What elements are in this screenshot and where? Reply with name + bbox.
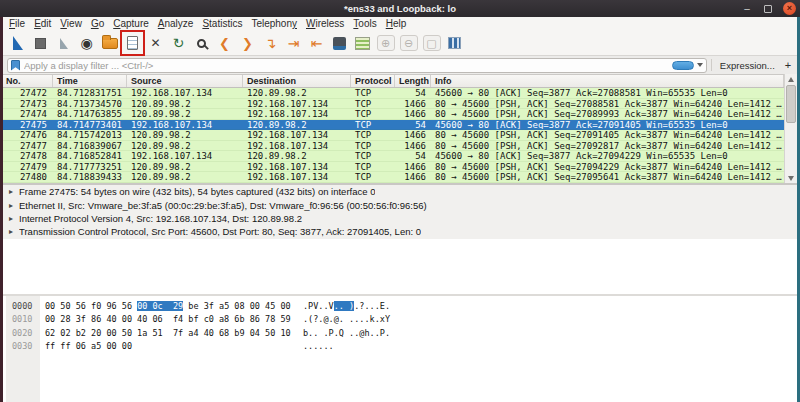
packet-row[interactable]: 2747784.716839067120.89.98.2192.168.107.…: [3, 141, 784, 152]
capture-stop-button[interactable]: [30, 32, 51, 54]
capture-options-button[interactable]: ◉: [76, 32, 97, 54]
filter-placeholder: Apply a display filter ... <Ctrl-/>: [24, 60, 672, 71]
cell-source: 120.89.98.2: [127, 162, 243, 172]
go-back-button[interactable]: ❮: [214, 32, 235, 54]
cell-protocol: TCP: [351, 162, 395, 172]
cell-protocol: TCP: [351, 109, 395, 119]
hex-row-0000[interactable]: 000000 50 56 f0 96 56 00 0c 29 be 3f a5 …: [3, 300, 797, 313]
column-header-destination[interactable]: Destination: [243, 75, 351, 87]
cell-source: 192.168.107.134: [127, 120, 243, 130]
menu-statistics[interactable]: Statistics: [202, 17, 242, 31]
packet-row[interactable]: 2747384.713734570120.89.98.2192.168.107.…: [3, 99, 784, 110]
cell-destination: 192.168.107.134: [243, 172, 351, 182]
cell-protocol: TCP: [351, 130, 395, 140]
cell-time: 84.718839433: [53, 172, 127, 182]
cell-info: 45600 → 80 [ACK] Seq=3877 Ack=27091405 W…: [431, 120, 784, 130]
menu-capture[interactable]: Capture: [113, 17, 149, 31]
expand-arrow-icon[interactable]: ▸: [9, 201, 19, 210]
detail-row-ethernet[interactable]: ▸Ethernet II, Src: Vmware_be:3f:a5 (00:0…: [3, 198, 797, 211]
close-file-icon: ✕: [150, 37, 160, 49]
menu-go[interactable]: Go: [91, 17, 104, 31]
packet-row[interactable]: 2747284.712831751192.168.107.134120.89.9…: [3, 88, 784, 99]
menu-telephony[interactable]: Telephony: [251, 17, 297, 31]
find-packet-button[interactable]: [191, 32, 212, 54]
open-file-button[interactable]: [99, 32, 120, 54]
column-header-source[interactable]: Source: [127, 75, 243, 87]
hex-row-0020[interactable]: 002062 02 b2 20 00 50 1a 51 7f a4 40 68 …: [3, 327, 797, 340]
column-header-no[interactable]: No.: [3, 75, 53, 87]
close-button[interactable]: ×: [783, 2, 796, 15]
cell-info: 80 → 45600 [PSH, ACK] Seq=27091405 Ack=3…: [431, 130, 784, 140]
maximize-button[interactable]: [764, 5, 772, 13]
column-header-protocol[interactable]: Protocol: [351, 75, 395, 87]
menu-wireless[interactable]: Wireless: [306, 17, 344, 31]
expression-button[interactable]: Expression...: [714, 60, 781, 71]
go-forward-button[interactable]: ❯: [237, 32, 258, 54]
minimize-button[interactable]: –: [741, 4, 753, 14]
packet-row[interactable]: 2747884.716852841192.168.107.134120.89.9…: [3, 151, 784, 162]
resize-columns-button[interactable]: [444, 32, 465, 54]
cell-time: 84.717773251: [53, 162, 127, 172]
detail-row-tcp[interactable]: ▸Transmission Control Protocol, Src Port…: [3, 225, 797, 238]
menu-tools[interactable]: Tools: [353, 17, 376, 31]
hex-offset: 0030: [12, 340, 32, 353]
expand-arrow-icon[interactable]: ▸: [9, 214, 19, 223]
menu-analyze[interactable]: Analyze: [158, 17, 194, 31]
reload-button[interactable]: ↻: [168, 32, 189, 54]
detail-text-tcp: Transmission Control Protocol, Src Port:…: [19, 226, 421, 237]
filter-apply-button[interactable]: [672, 61, 694, 70]
detail-row-ip[interactable]: ▸Internet Protocol Version 4, Src: 192.1…: [3, 212, 797, 225]
expand-arrow-icon[interactable]: ▸: [9, 227, 19, 236]
go-to-last-packet-button[interactable]: ⇥: [283, 32, 304, 54]
column-header-time[interactable]: Time: [53, 75, 127, 87]
display-filter-input[interactable]: Apply a display filter ... <Ctrl-/>: [7, 58, 707, 73]
cell-length: 1466: [395, 99, 431, 109]
close-file-button[interactable]: ✕: [145, 32, 166, 54]
hex-row-0030[interactable]: 0030ff ff 06 a5 00 00......: [3, 340, 797, 353]
save-file-button[interactable]: [122, 32, 143, 54]
cell-info: 80 → 45600 [PSH, ACK] Seq=27094229 Ack=3…: [431, 162, 784, 172]
column-header-info[interactable]: Info: [431, 75, 784, 87]
menu-file[interactable]: File: [9, 17, 25, 31]
menu-bar: FileEditViewGoCaptureAnalyzeStatisticsTe…: [3, 17, 797, 31]
scrollbar-thumb[interactable]: [786, 85, 796, 123]
packet-list-header: No.TimeSourceDestinationProtocolLengthIn…: [3, 74, 784, 88]
packet-row[interactable]: 2747684.715742013120.89.98.2192.168.107.…: [3, 130, 784, 141]
column-header-length[interactable]: Length: [395, 75, 431, 87]
capture-restart-button[interactable]: [53, 32, 74, 54]
hex-row-0010[interactable]: 001000 28 3f 86 40 00 40 06 f4 bf c0 a8 …: [3, 313, 797, 326]
window-title: *ens33 and Loopback: lo: [0, 0, 800, 17]
cell-no: 27476: [3, 130, 53, 140]
main-toolbar: ◉✕↻❮❯↴⇥⇤⊕⊖▢: [3, 31, 797, 56]
detail-text-frame: Frame 27475: 54 bytes on wire (432 bits)…: [19, 186, 375, 197]
add-filter-button[interactable]: +: [783, 59, 793, 71]
filter-bookmark-icon[interactable]: [11, 60, 20, 71]
cell-protocol: TCP: [351, 151, 395, 161]
menu-view[interactable]: View: [60, 17, 82, 31]
go-to-packet-button[interactable]: ↴: [260, 32, 281, 54]
filter-history-caret-icon[interactable]: [697, 63, 703, 67]
colorize-button[interactable]: [352, 32, 373, 54]
packet-row[interactable]: 2747984.717773251120.89.98.2192.168.107.…: [3, 162, 784, 173]
packet-row-selected[interactable]: 2747584.714773401192.168.107.134120.89.9…: [3, 120, 784, 131]
capture-start-button[interactable]: [7, 32, 28, 54]
menu-edit[interactable]: Edit: [34, 17, 51, 31]
cell-time: 84.714773401: [53, 120, 127, 130]
capture-stop-icon: [35, 38, 46, 49]
auto-scroll-button[interactable]: [329, 32, 350, 54]
scroll-up-icon[interactable]: [785, 74, 797, 84]
cell-time: 84.712831751: [53, 88, 127, 98]
packet-details-pane: ▸Frame 27475: 54 bytes on wire (432 bits…: [3, 185, 797, 294]
packet-row[interactable]: 2747484.714763855120.89.98.2192.168.107.…: [3, 109, 784, 120]
scroll-down-icon[interactable]: [785, 173, 797, 183]
expand-arrow-icon[interactable]: ▸: [9, 187, 19, 196]
open-file-icon: [102, 38, 118, 49]
packet-row[interactable]: 2748084.718839433120.89.98.2192.168.107.…: [3, 172, 784, 183]
go-to-first-packet-button[interactable]: ⇤: [306, 32, 327, 54]
cell-info: 45600 → 80 [ACK] Seq=3877 Ack=27088581 W…: [431, 88, 784, 98]
packet-list-scrollbar[interactable]: [784, 74, 797, 183]
resize-columns-icon: [448, 37, 461, 49]
menu-help[interactable]: Help: [386, 17, 407, 31]
detail-row-frame[interactable]: ▸Frame 27475: 54 bytes on wire (432 bits…: [3, 185, 797, 198]
cell-no: 27478: [3, 151, 53, 161]
